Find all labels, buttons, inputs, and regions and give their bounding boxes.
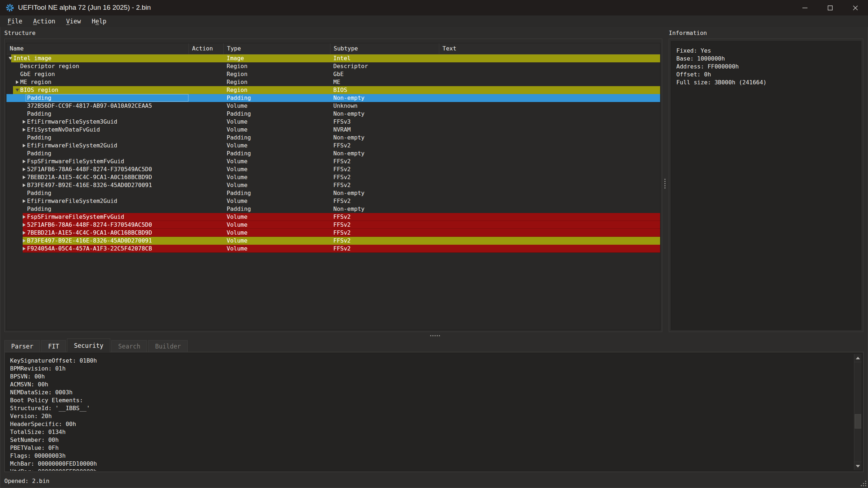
cell-type: Volume	[224, 197, 330, 205]
tree-row[interactable]: BIOS regionRegionBIOS	[6, 86, 660, 94]
column-header-name[interactable]: Name	[6, 43, 189, 54]
item-name: FspSFirmwareFileSystemFvGuid	[27, 158, 124, 165]
resize-grip[interactable]	[860, 480, 866, 486]
minimize-button[interactable]	[792, 0, 818, 15]
titlebar[interactable]: UEFITool NE alpha 72 (Jun 16 2025) - 2.b…	[0, 0, 868, 15]
tree-row[interactable]: PaddingPaddingNon-empty	[6, 94, 660, 102]
tree-row[interactable]: FspSFirmwareFileSystemFvGuidVolumeFFSv2	[6, 213, 660, 221]
tree-row[interactable]: 7BEBD21A-A1E5-4C4C-9CA1-A0C168BCBD9DVolu…	[6, 229, 660, 237]
cell-action	[189, 150, 224, 158]
expand-arrow-icon[interactable]	[22, 237, 27, 245]
tree-row[interactable]: 7BEBD21A-A1E5-4C4C-9CA1-A0C168BCBD9DVolu…	[6, 173, 660, 181]
menu-item-help[interactable]: Help	[86, 15, 112, 27]
scroll-up-button[interactable]	[854, 354, 862, 362]
tree-row[interactable]: Intel imageImageIntel	[6, 54, 660, 62]
maximize-button[interactable]	[818, 0, 843, 15]
arrow-spacer	[22, 110, 27, 118]
column-header-subtype[interactable]: Subtype	[330, 43, 439, 54]
tree-row[interactable]: EfiFirmwareFileSystem2GuidVolumeFFSv2	[6, 197, 660, 205]
cell-action	[189, 205, 224, 213]
cell-subtype: FFSv2	[330, 165, 439, 173]
tree-row[interactable]: PaddingPaddingNon-empty	[6, 110, 660, 118]
cell-type: Volume	[224, 118, 330, 126]
tree-row[interactable]: EfiSystemNvDataFvGuidVolumeNVRAM	[6, 126, 660, 134]
cell-type: Padding	[224, 134, 330, 142]
vertical-scrollbar[interactable]	[854, 354, 862, 470]
column-header-text[interactable]: Text	[439, 43, 660, 54]
tree-row[interactable]: PaddingPaddingNon-empty	[6, 189, 660, 197]
collapse-arrow-icon[interactable]	[15, 86, 20, 94]
cell-text	[439, 150, 660, 158]
cell-name: 52F1AFB6-78A6-448F-8274-F370549AC5D0	[6, 221, 189, 229]
column-header-type[interactable]: Type	[224, 43, 330, 54]
cell-subtype: Intel	[330, 54, 439, 62]
output-line: VtdBar: 00000000FED90000h	[10, 468, 97, 471]
expand-arrow-icon[interactable]	[15, 78, 20, 86]
tree-row[interactable]: EfiFirmwareFileSystem2GuidVolumeFFSv2	[6, 142, 660, 150]
output-line: Flags: 00000003h	[10, 452, 97, 460]
cell-subtype: FFSv2	[330, 237, 439, 245]
expand-arrow-icon[interactable]	[22, 245, 27, 253]
cell-name: GbE region	[6, 70, 189, 78]
uefitool-window: UEFITool NE alpha 72 (Jun 16 2025) - 2.b…	[0, 0, 868, 488]
column-header-action[interactable]: Action	[189, 43, 224, 54]
cell-type: Volume	[224, 181, 330, 189]
tree-row[interactable]: PaddingPaddingNon-empty	[6, 205, 660, 213]
tree-row[interactable]: B73FE497-B92E-416E-8326-45AD0D270091Volu…	[6, 181, 660, 189]
output-pane: KeySignatureOffset: 01B0hBPMRevision: 01…	[4, 352, 864, 472]
tree-row[interactable]: 52F1AFB6-78A6-448F-8274-F370549AC5D0Volu…	[6, 221, 660, 229]
status-bar-text: Opened: 2.bin	[4, 478, 49, 484]
vertical-splitter-handle[interactable]	[664, 179, 666, 188]
tree-row[interactable]: 372B56DF-CC9F-4817-AB97-0A10A92CEAA5Volu…	[6, 102, 660, 110]
cell-action	[189, 134, 224, 142]
expand-arrow-icon[interactable]	[22, 165, 27, 173]
expand-arrow-icon[interactable]	[22, 213, 27, 221]
tree-row[interactable]: 52F1AFB6-78A6-448F-8274-F370549AC5D0Volu…	[6, 165, 660, 173]
expand-arrow-icon[interactable]	[22, 181, 27, 189]
expand-arrow-icon[interactable]	[22, 142, 27, 150]
tab-fit[interactable]: FIT	[41, 340, 66, 352]
tree-rows: Intel imageImageIntelDescriptor regionRe…	[6, 54, 660, 330]
expand-arrow-icon[interactable]	[22, 197, 27, 205]
cell-text	[439, 70, 660, 78]
menu-item-action[interactable]: Action	[28, 15, 61, 27]
cell-text	[439, 78, 660, 86]
scrollbar-thumb[interactable]	[855, 414, 861, 429]
item-name: 52F1AFB6-78A6-448F-8274-F370549AC5D0	[27, 165, 152, 173]
tree-row[interactable]: EfiFirmwareFileSystem3GuidVolumeFFSv3	[6, 118, 660, 126]
cell-name: Padding	[6, 205, 189, 213]
cell-action	[189, 94, 224, 102]
expand-arrow-icon[interactable]	[22, 221, 27, 229]
cell-name: FspSFirmwareFileSystemFvGuid	[6, 213, 189, 221]
menu-item-view[interactable]: View	[61, 15, 86, 27]
tree-row[interactable]: FspSFirmwareFileSystemFvGuidVolumeFFSv2	[6, 158, 660, 165]
item-name: B73FE497-B92E-416E-8326-45AD0D270091	[27, 181, 152, 189]
structure-tree[interactable]: NameActionTypeSubtypeText Intel imageIma…	[6, 43, 660, 330]
collapse-arrow-icon[interactable]	[8, 54, 13, 62]
cell-action	[189, 126, 224, 134]
cell-name: Padding	[6, 110, 189, 118]
cell-action	[189, 197, 224, 205]
close-button[interactable]	[843, 0, 868, 15]
tab-parser[interactable]: Parser	[4, 340, 40, 352]
arrow-spacer	[22, 102, 27, 110]
horizontal-splitter-handle[interactable]	[430, 335, 440, 336]
scroll-down-button[interactable]	[854, 462, 862, 470]
expand-arrow-icon[interactable]	[22, 118, 27, 126]
security-output[interactable]: KeySignatureOffset: 01B0hBPMRevision: 01…	[5, 353, 863, 471]
information-text[interactable]: Fixed: YesBase: 1000000hAddress: FF00000…	[671, 41, 861, 330]
tree-row[interactable]: Descriptor regionRegionDescriptor	[6, 62, 660, 70]
item-name: EfiSystemNvDataFvGuid	[27, 126, 100, 134]
tree-row[interactable]: F924054A-05C4-457A-A1F3-22C5F42078CBVolu…	[6, 245, 660, 253]
tree-row[interactable]: PaddingPaddingNon-empty	[6, 150, 660, 158]
tree-row[interactable]: ME regionRegionME	[6, 78, 660, 86]
menu-item-file[interactable]: File	[2, 15, 28, 27]
expand-arrow-icon[interactable]	[22, 158, 27, 165]
tab-security[interactable]: Security	[67, 338, 110, 352]
tree-row[interactable]: B73FE497-B92E-416E-8326-45AD0D270091Volu…	[6, 237, 660, 245]
expand-arrow-icon[interactable]	[22, 126, 27, 134]
tree-row[interactable]: PaddingPaddingNon-empty	[6, 134, 660, 142]
expand-arrow-icon[interactable]	[22, 229, 27, 237]
expand-arrow-icon[interactable]	[22, 173, 27, 181]
tree-row[interactable]: GbE regionRegionGbE	[6, 70, 660, 78]
